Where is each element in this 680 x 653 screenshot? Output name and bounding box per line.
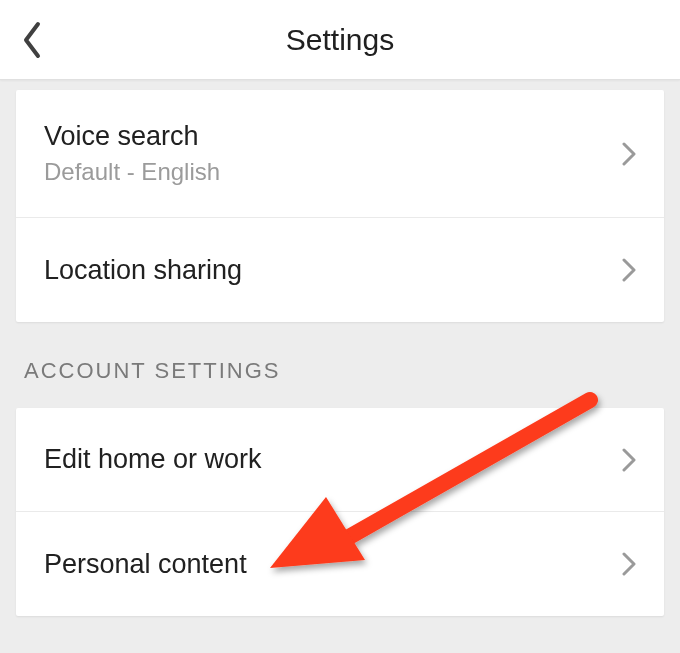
header-bar: Settings <box>0 0 680 80</box>
row-text-container: Personal content <box>44 549 247 580</box>
chevron-right-icon <box>622 448 636 472</box>
back-button[interactable] <box>20 20 42 60</box>
chevron-right-icon <box>622 142 636 166</box>
chevron-right-icon <box>622 552 636 576</box>
row-title: Location sharing <box>44 255 242 286</box>
row-text-container: Voice search Default - English <box>44 121 220 186</box>
section-header-account: ACCOUNT SETTINGS <box>16 322 664 408</box>
row-text-container: Edit home or work <box>44 444 262 475</box>
chevron-left-icon <box>20 20 42 60</box>
settings-row-location-sharing[interactable]: Location sharing <box>16 218 664 322</box>
settings-group-2: Edit home or work Personal content <box>16 408 664 616</box>
settings-row-edit-home-work[interactable]: Edit home or work <box>16 408 664 512</box>
settings-row-voice-search[interactable]: Voice search Default - English <box>16 90 664 218</box>
row-subtitle: Default - English <box>44 158 220 186</box>
row-text-container: Location sharing <box>44 255 242 286</box>
settings-row-personal-content[interactable]: Personal content <box>16 512 664 616</box>
row-title: Voice search <box>44 121 220 152</box>
row-title: Personal content <box>44 549 247 580</box>
row-title: Edit home or work <box>44 444 262 475</box>
content-area: Voice search Default - English Location … <box>0 80 680 653</box>
settings-group-1: Voice search Default - English Location … <box>16 90 664 322</box>
page-title: Settings <box>0 23 680 57</box>
chevron-right-icon <box>622 258 636 282</box>
